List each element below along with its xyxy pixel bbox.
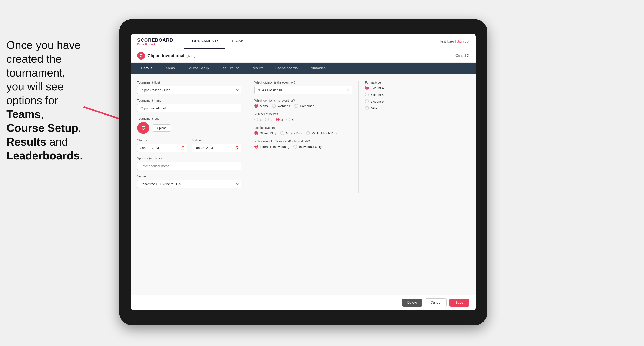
gender-mens-radio[interactable] [254,104,258,108]
tournament-icon: C [137,52,145,59]
tournament-subtitle: (Men) [187,54,195,58]
logo-group: Tournament logo C Upload [137,117,241,134]
upload-button[interactable]: Upload [152,124,171,132]
annotation-bold1: Teams [6,108,41,120]
tab-results[interactable]: Results [246,63,270,74]
gender-radio-group: Mens Womens Combined [254,104,352,108]
start-date-wrapper: 📅 [137,144,187,152]
start-date-input[interactable] [137,144,187,152]
bottom-bar: Delete Cancel Save [131,295,476,310]
tab-tee-groups[interactable]: Tee Groups [215,63,246,74]
logo-circle: C [137,122,149,134]
end-date-group: End date 📅 [192,139,242,152]
host-select[interactable]: Clippd College - Men [137,86,241,94]
tab-printables[interactable]: Printables [304,63,332,74]
scoring-group: Scoring system Stroke Play Match Play [254,126,352,135]
rounds-2-radio[interactable] [265,118,269,121]
scoring-medal[interactable]: Medal Match Play [306,131,337,135]
annotation-bold2: Course Setup [6,122,78,134]
rounds-3-radio[interactable] [276,118,280,121]
scoring-label: Scoring system [254,126,352,129]
venue-select[interactable]: Peachtree GC - Atlanta - GA [137,180,241,188]
scoring-match-radio[interactable] [280,131,284,135]
main-content: Tournament Host Clippd College - Men Tou… [131,74,476,295]
logo-sub: Powered by clippd [137,43,173,45]
format-6count5-radio[interactable] [365,99,369,103]
individuals-only-radio[interactable] [294,145,297,149]
gender-group: Which gender is the event for? Mens Wome [254,99,352,108]
host-label: Tournament Host [137,81,241,84]
gender-mens[interactable]: Mens [254,104,268,108]
annotation-bold3: Results [6,136,46,148]
rounds-1-radio[interactable] [254,118,258,121]
start-date-group: Start date 📅 [137,139,187,152]
gender-womens[interactable]: Womens [272,104,290,108]
tab-leaderboards[interactable]: Leaderboards [270,63,304,74]
annotation-line5: options for [6,94,58,107]
rounds-label: Number of rounds [254,112,352,116]
user-area: Test User | Sign out [440,39,469,43]
rounds-4[interactable]: 4 [286,118,294,121]
rounds-group: Number of rounds 1 2 [254,112,352,121]
format-6count5[interactable]: 6 count 5 [365,99,469,103]
scoring-radio-group: Stroke Play Match Play Medal Match Play [254,131,352,135]
gender-womens-radio[interactable] [272,104,276,108]
tablet-device: SCOREBOARD Powered by clippd TOURNAMENTS… [119,19,487,325]
teams-plus-ind[interactable]: Teams (+Individuals) [254,145,289,149]
end-date-label: End date [192,139,242,142]
division-select[interactable]: NCAA Division III [254,86,352,94]
host-group: Tournament Host Clippd College - Men [137,81,241,94]
scoring-medal-radio[interactable] [306,131,310,135]
venue-group: Venue Peachtree GC - Atlanta - GA [137,175,241,188]
sponsor-label: Sponsor (optional) [137,157,241,160]
user-text: Test User | Sign out [440,39,469,43]
venue-label: Venue [137,175,241,178]
cancel-top-button[interactable]: Cancel X [456,54,469,58]
form-col-left: Tournament Host Clippd College - Men Tou… [137,81,248,193]
rounds-radio-group: 1 2 3 [254,118,352,121]
teams-radio-group: Teams (+Individuals) Individuals Only [254,145,352,149]
rounds-2[interactable]: 2 [265,118,272,121]
format-other-radio[interactable] [365,106,369,110]
scoring-stroke-radio[interactable] [254,131,258,135]
cancel-button[interactable]: Cancel [425,298,446,307]
nav-teams[interactable]: TEAMS [226,34,250,49]
top-nav: SCOREBOARD Powered by clippd TOURNAMENTS… [131,34,476,49]
format-6count4-radio[interactable] [365,93,369,97]
scoring-match[interactable]: Match Play [280,131,302,135]
sponsor-input[interactable] [137,162,241,170]
rounds-1[interactable]: 1 [254,118,262,121]
format-label: Format type [365,81,469,84]
individuals-only[interactable]: Individuals Only [294,145,322,149]
tournament-name-input[interactable] [137,104,241,112]
delete-button[interactable]: Delete [402,299,422,307]
logo-text: SCOREBOARD [137,37,173,43]
division-group: Which division is the event for? NCAA Di… [254,81,352,94]
gender-combined[interactable]: Combined [294,104,314,108]
format-6count4[interactable]: 6 count 4 [365,93,469,97]
tab-bar: Details Teams Course Setup Tee Groups Re… [131,63,476,74]
format-group: Format type 5 count 4 6 count 4 [365,81,469,110]
tournament-name-label: Tournament name [137,99,241,102]
teams-plus-ind-radio[interactable] [254,145,258,149]
gender-combined-radio[interactable] [294,104,298,108]
end-date-input[interactable] [192,144,242,152]
format-other[interactable]: Other [365,106,469,110]
tab-course-setup[interactable]: Course Setup [181,63,215,74]
teams-individuals-group: Is this event for Teams and/or Individua… [254,140,352,149]
teams-individuals-label: Is this event for Teams and/or Individua… [254,140,352,143]
tab-teams[interactable]: Teams [158,63,181,74]
tablet-screen: SCOREBOARD Powered by clippd TOURNAMENTS… [131,34,476,310]
rounds-3[interactable]: 3 [276,118,283,121]
format-5count4-radio[interactable] [365,86,369,90]
tournament-name: Clippd Invitational [148,53,184,58]
scoring-stroke[interactable]: Stroke Play [254,131,276,135]
rounds-4-radio[interactable] [286,118,290,121]
format-5count4[interactable]: 5 count 4 [365,86,469,90]
nav-items: TOURNAMENTS TEAMS [184,34,440,49]
tournament-title-row: C Clippd Invitational (Men) [137,52,195,59]
save-button[interactable]: Save [450,299,469,307]
nav-tournaments[interactable]: TOURNAMENTS [184,34,226,49]
sign-out-link[interactable]: Sign out [457,39,469,43]
tab-details[interactable]: Details [135,63,158,74]
